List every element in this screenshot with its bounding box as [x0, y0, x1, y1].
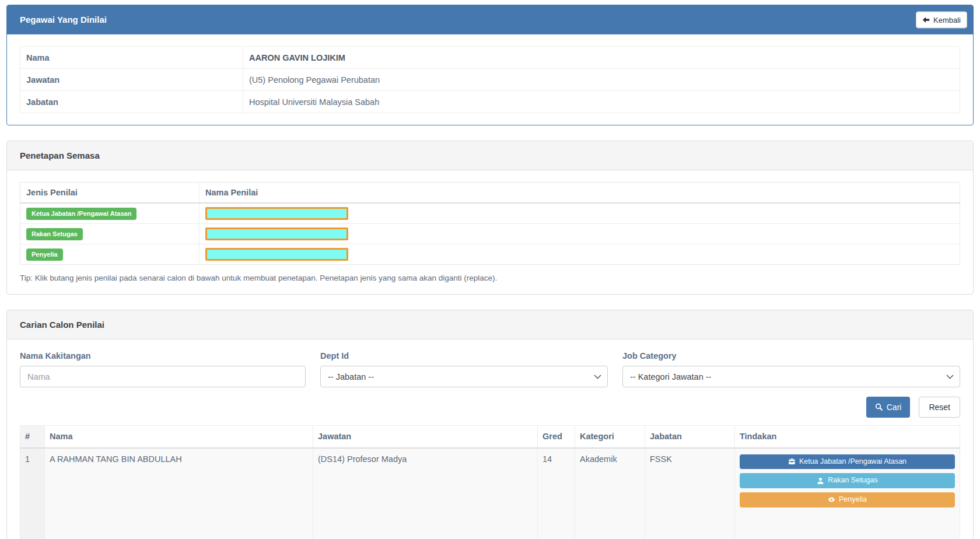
evaluator-name-highlight-field[interactable]	[205, 207, 348, 220]
assign-ketua-jabatan-button[interactable]: Ketua Jabatan /Pengawai Atasan	[740, 454, 955, 470]
officer-info-table: Nama AARON GAVIN LOJIKIM Jawatan (U5) Pe…	[20, 46, 960, 113]
search-button-label: Cari	[887, 403, 902, 411]
candidate-actions-cell: Ketua Jabatan /Pengawai Atasan Rakan Set…	[735, 448, 960, 539]
user-icon	[817, 477, 824, 485]
eye-icon	[828, 496, 835, 503]
table-row: Rakan Setugas	[20, 224, 960, 244]
search-button[interactable]: Cari	[866, 397, 911, 418]
evaluator-type-badge: Ketua Jabatan /Pengawai Atasan	[26, 208, 136, 220]
candidate-grade: 14	[538, 448, 575, 539]
assignment-tip-text: Tip: Klik butang jenis penilai pada sena…	[20, 274, 960, 282]
reset-button[interactable]: Reset	[919, 397, 960, 418]
column-header-gred: Gred	[538, 426, 575, 448]
officer-panel: Pegawai Yang Dinilai Kembali Nama AARON …	[6, 5, 974, 125]
officer-name-value: AARON GAVIN LOJIKIM	[243, 47, 960, 69]
dept-id-label: Dept Id	[320, 351, 608, 360]
column-header-nama-penilai: Nama Penilai	[200, 183, 960, 204]
officer-position-label: Jawatan	[20, 69, 243, 91]
job-category-select[interactable]: -- Kategori Jawatan --	[622, 366, 960, 387]
search-panel-title: Carian Calon Penilai	[7, 310, 973, 340]
officer-panel-heading: Pegawai Yang Dinilai Kembali	[7, 5, 973, 34]
column-header-tindakan: Tindakan	[735, 426, 960, 448]
candidate-department: FSSK	[645, 448, 735, 539]
officer-panel-title: Pegawai Yang Dinilai	[20, 15, 107, 24]
table-row: Jawatan (U5) Penolong Pegawai Perubatan	[20, 69, 960, 91]
candidate-position: (DS14) Profesor Madya	[313, 448, 538, 539]
table-row: 1 A RAHMAN TANG BIN ABDULLAH (DS14) Prof…	[20, 448, 960, 539]
column-header-jabatan: Jabatan	[645, 426, 735, 448]
assign-ketua-jabatan-label: Ketua Jabatan /Pengawai Atasan	[799, 458, 907, 466]
column-header-kategori: Kategori	[575, 426, 645, 448]
dept-select[interactable]: -- Jabatan --	[320, 366, 608, 387]
assign-rakan-setugas-button[interactable]: Rakan Setugas	[740, 473, 955, 488]
evaluator-type-badge: Rakan Setugas	[26, 228, 83, 240]
column-header-num: #	[20, 426, 45, 448]
evaluator-name-highlight-field[interactable]	[205, 248, 348, 261]
assignment-panel-title: Penetapan Semasa	[7, 141, 973, 170]
staff-name-input[interactable]	[20, 366, 306, 387]
assign-penyelia-button[interactable]: Penyelia	[740, 492, 955, 508]
evaluator-type-badge: Penyelia	[26, 249, 63, 261]
officer-position-value: (U5) Penolong Pegawai Perubatan	[243, 69, 960, 91]
table-row: Nama AARON GAVIN LOJIKIM	[20, 47, 960, 69]
table-row: Jabatan Hospital Universiti Malaysia Sab…	[20, 91, 960, 113]
back-button-label: Kembali	[933, 16, 961, 23]
current-assignment-panel: Penetapan Semasa Jenis Penilai Nama Peni…	[6, 141, 974, 295]
officer-department-value: Hospital Universiti Malaysia Sabah	[243, 91, 960, 113]
assign-rakan-setugas-label: Rakan Setugas	[828, 477, 877, 485]
officer-department-label: Jabatan	[20, 91, 243, 113]
reset-button-label: Reset	[929, 403, 950, 411]
arrow-left-icon	[922, 16, 930, 23]
column-header-jawatan: Jawatan	[313, 426, 538, 448]
assign-penyelia-label: Penyelia	[839, 496, 867, 504]
table-row: Penyelia	[20, 244, 960, 265]
search-icon	[875, 403, 883, 411]
back-button[interactable]: Kembali	[916, 11, 967, 28]
staff-name-label: Nama Kakitangan	[20, 351, 306, 360]
candidate-num: 1	[20, 448, 45, 539]
table-row: Ketua Jabatan /Pengawai Atasan	[20, 203, 960, 224]
search-panel: Carian Calon Penilai Nama Kakitangan Dep…	[6, 310, 974, 539]
column-header-jenis-penilai: Jenis Penilai	[20, 183, 200, 204]
officer-name-label: Nama	[20, 47, 243, 69]
column-header-nama: Nama	[45, 426, 313, 448]
assignment-table: Jenis Penilai Nama Penilai Ketua Jabatan…	[20, 182, 960, 265]
job-category-label: Job Category	[622, 351, 960, 360]
candidate-name: A RAHMAN TANG BIN ABDULLAH	[45, 448, 313, 539]
candidate-category: Akademik	[575, 448, 645, 539]
evaluator-name-highlight-field[interactable]	[205, 228, 348, 240]
candidates-table: # Nama Jawatan Gred Kategori Jabatan Tin…	[20, 425, 960, 539]
briefcase-icon	[788, 458, 796, 466]
